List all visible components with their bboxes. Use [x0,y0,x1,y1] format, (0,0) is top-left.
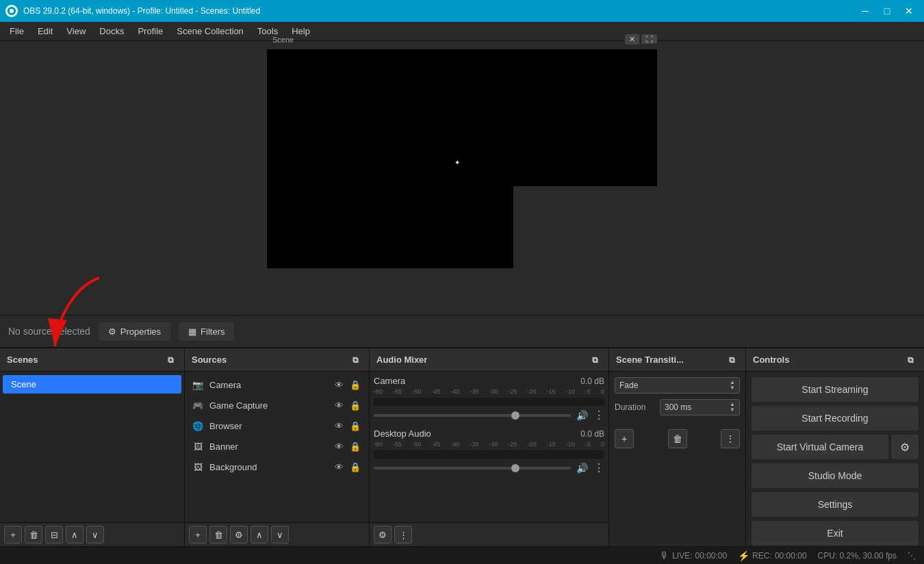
transition-type-select[interactable]: Fade ▲ ▼ [615,377,740,394]
audio-meter-scale-camera: -60-55-50-45-40-35-30-25-20-15-10-50 [374,388,604,395]
virtual-camera-row: Start Virtual Camera ⚙ [752,435,919,459]
preview-expand-button[interactable]: ⛶ [641,34,657,44]
camera-visibility-button[interactable]: 👁 [332,378,346,392]
transition-more-button[interactable]: ⋮ [721,429,740,448]
audio-panel-header: Audio Mixer ⧉ [370,348,608,372]
background-visibility-button[interactable]: 👁 [332,460,346,474]
source-item-game-capture[interactable]: 🎮 Game Capture 👁 🔒 [185,395,369,415]
minimize-button[interactable]: ─ [856,1,875,21]
sources-panel-icons: ⧉ [348,353,362,367]
scene-up-button[interactable]: ∧ [66,526,84,543]
audio-more-button[interactable]: ⋮ [394,526,412,543]
audio-slider-desktop[interactable] [374,467,571,470]
source-item-browser[interactable]: 🌐 Browser 👁 🔒 [185,415,369,436]
transition-delete-button[interactable]: 🗑 [668,429,687,448]
controls-dock-icon[interactable]: ⧉ [903,353,917,367]
studio-mode-button[interactable]: Studio Mode [752,463,919,488]
audio-dock-icon[interactable]: ⧉ [588,353,602,367]
close-button[interactable]: ✕ [899,1,919,21]
transition-add-button[interactable]: + [615,429,634,448]
scene-item-scene[interactable]: Scene [3,375,181,394]
maximize-button[interactable]: □ [877,1,897,21]
menu-edit[interactable]: Edit [31,23,60,40]
game-visibility-button[interactable]: 👁 [332,398,346,412]
duration-spinner[interactable]: ▲ ▼ [730,402,735,413]
audio-track-desktop-name: Desktop Audio [374,428,431,439]
source-name-browser: Browser [209,421,326,431]
source-config-button[interactable]: ⚙ [230,526,248,543]
audio-options-desktop[interactable]: ⋮ [593,461,604,474]
source-up-button[interactable]: ∧ [251,526,268,543]
source-delete-button[interactable]: 🗑 [209,526,227,543]
menu-view[interactable]: View [60,23,92,40]
titlebar-controls: ─ □ ✕ [856,1,919,21]
source-add-button[interactable]: + [189,526,207,543]
transition-duration-input[interactable]: 300 ms ▲ ▼ [660,399,740,415]
controls-panel: Controls ⧉ Start Streaming Start Recordi… [746,348,924,546]
transitions-panel: Scene Transiti... ⧉ Fade ▲ ▼ Duration 30… [609,348,746,546]
scenes-list: Scene [0,372,184,522]
rec-status: ⚡ REC: 00:00:00 [738,550,806,561]
browser-visibility-button[interactable]: 👁 [332,419,346,433]
source-item-background[interactable]: 🖼 Background 👁 🔒 [185,457,369,477]
properties-button[interactable]: ⚙ Properties [99,322,170,341]
source-down-button[interactable]: ∨ [271,526,289,543]
audio-track-camera-db: 0.0 dB [580,376,604,386]
settings-button[interactable]: Settings [752,492,919,517]
virtual-camera-settings-button[interactable]: ⚙ [891,435,919,459]
rec-time: 00:00:00 [775,551,807,561]
sources-dock-icon[interactable]: ⧉ [348,353,362,367]
audio-slider-camera[interactable] [374,414,571,417]
transitions-dock-icon[interactable]: ⧉ [725,353,739,367]
audio-meter-desktop [374,450,604,459]
preview-close-button[interactable]: ✕ [625,34,639,44]
audio-mute-desktop[interactable]: 🔊 [576,463,588,474]
menu-docks[interactable]: Docks [92,23,131,40]
audio-mute-camera[interactable]: 🔊 [576,410,588,421]
source-item-camera[interactable]: 📷 Camera 👁 🔒 [185,374,369,395]
duration-label: Duration [615,402,656,412]
sources-list: 📷 Camera 👁 🔒 🎮 Game Capture 👁 🔒 🌐 B [185,372,369,522]
transition-spinner[interactable]: ▲ ▼ [730,380,735,391]
preview-area: Scene ✕ ⛶ ✦ [0,41,924,315]
menubar: File Edit View Docks Profile Scene Colle… [0,22,924,41]
background-lock-button[interactable]: 🔒 [348,460,362,474]
scenes-dock-icon[interactable]: ⧉ [164,353,177,367]
banner-visibility-button[interactable]: 👁 [332,439,346,453]
camera-lock-button[interactable]: 🔒 [348,378,362,392]
scenes-panel-icons: ⧉ [164,353,177,367]
audio-panel: Audio Mixer ⧉ Camera 0.0 dB -60-55-50-45… [370,348,609,546]
preview-inner-rect [513,186,657,268]
audio-options-camera[interactable]: ⋮ [593,409,604,422]
start-streaming-button[interactable]: Start Streaming [752,377,919,402]
resize-handle[interactable]: ⋱ [908,551,916,561]
preview-label: Scene [267,34,299,45]
audio-settings-button[interactable]: ⚙ [374,526,392,543]
exit-button[interactable]: Exit [752,521,919,546]
start-virtual-camera-button[interactable]: Start Virtual Camera [752,435,888,459]
live-label: LIVE: [672,551,692,561]
menu-file[interactable]: File [3,23,31,40]
scene-filter-button[interactable]: ⊟ [45,526,63,543]
filter-icon: ▦ [188,326,196,337]
cpu-status: CPU: 0.2%, 30.00 fps [818,551,897,561]
sources-panel-title: Sources [192,355,227,365]
game-lock-button[interactable]: 🔒 [348,398,362,412]
banner-lock-button[interactable]: 🔒 [348,439,362,453]
filters-button[interactable]: ▦ Filters [179,322,234,341]
start-recording-button[interactable]: Start Recording [752,406,919,431]
scene-down-button[interactable]: ∨ [86,526,104,543]
source-name-game-capture: Game Capture [209,400,326,411]
menu-scene-collection[interactable]: Scene Collection [170,23,251,40]
audio-track-camera-name: Camera [374,376,405,386]
rec-icon: ⚡ [738,550,749,561]
camera-icon: 📷 [192,379,204,391]
audio-track-camera: Camera 0.0 dB -60-55-50-45-40-35-30-25-2… [374,376,604,422]
source-item-banner[interactable]: 🖼 Banner 👁 🔒 [185,436,369,457]
menu-profile[interactable]: Profile [131,23,170,40]
scene-add-button[interactable]: + [4,526,22,543]
browser-lock-button[interactable]: 🔒 [348,419,362,433]
scene-delete-button[interactable]: 🗑 [25,526,42,543]
sources-panel-header: Sources ⧉ [185,348,369,372]
rec-label: REC: [752,551,772,561]
